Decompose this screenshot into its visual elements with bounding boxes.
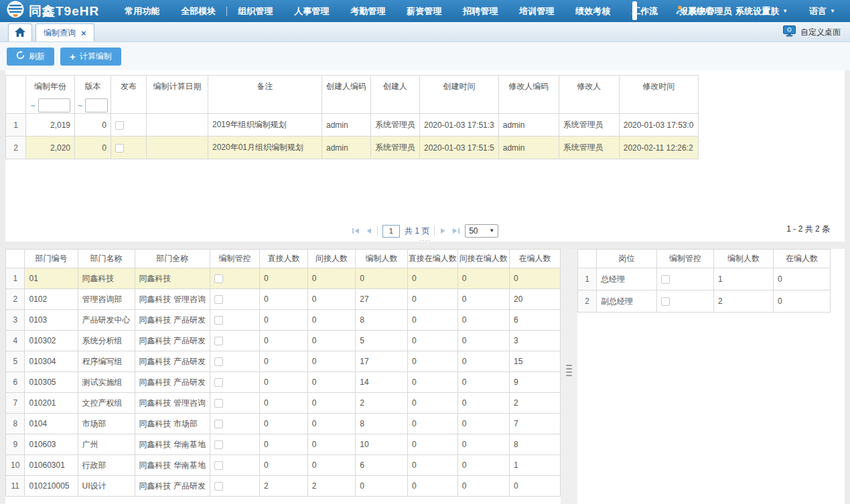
checkbox[interactable] [214, 316, 223, 325]
table-row[interactable]: 5010304程序编写组同鑫科技 产品研发00170015 [6, 351, 561, 372]
language-menu[interactable]: 语言 ▼ [800, 5, 845, 17]
row-number-header [578, 250, 597, 268]
chevron-down-icon: ▼ [735, 9, 740, 14]
nav-item-招聘管理[interactable]: 招聘管理 [452, 5, 508, 17]
table-row[interactable]: 80104市场部同鑫科技 市场部008007 [6, 414, 561, 434]
nav-item-工作流[interactable]: 工作流 [621, 5, 668, 17]
column-header: 编制人数 [356, 250, 408, 268]
row-number: 9 [6, 434, 25, 455]
first-page-button[interactable] [352, 228, 360, 234]
nav-item-常用功能[interactable]: 常用功能 [114, 5, 170, 17]
page-number-input[interactable] [382, 225, 400, 238]
table-row[interactable]: 11010210005UI设计同鑫科技 产品研发220000 [6, 476, 561, 497]
cell: 1 [510, 455, 561, 476]
prev-page-button[interactable] [365, 228, 372, 234]
nav-item-考勤管理[interactable]: 考勤管理 [340, 5, 396, 17]
checkbox-cell [111, 137, 147, 159]
cell: 010304 [25, 351, 78, 372]
user-menu[interactable]: 系统管理员 ▼ [666, 5, 750, 17]
checkbox[interactable] [661, 275, 670, 284]
user-icon [675, 5, 685, 17]
range-tilde: ~ [30, 101, 35, 110]
checkbox[interactable] [214, 295, 223, 304]
toolbar: 刷新 + 计算编制 [0, 42, 850, 70]
column-header: 间接人数 [307, 250, 356, 268]
table-row[interactable]: 4010302系统分析组同鑫科技 产品研发005003 [6, 331, 561, 351]
cell: 0 [457, 310, 509, 331]
last-page-button[interactable] [451, 228, 460, 234]
top-nav: 同鑫T9eHR 常用功能全部模块 组织管理人事管理考勤管理薪资管理招聘管理培训管… [0, 0, 850, 22]
table-row[interactable]: 12,01902019年组织编制规划admin系统管理员2020-01-03 1… [6, 114, 699, 137]
checkbox[interactable] [661, 297, 670, 306]
close-icon[interactable]: × [81, 28, 86, 38]
column-header: 修改时间 [619, 76, 698, 114]
calculate-button[interactable]: + 计算编制 [60, 48, 121, 66]
checkbox[interactable] [214, 274, 223, 283]
table-row[interactable]: 7010201文控产权组同鑫科技 管理咨询002002 [6, 393, 561, 414]
row-number: 2 [6, 289, 25, 310]
refresh-label: 刷新 [29, 51, 45, 62]
checkbox[interactable] [214, 337, 223, 345]
nav-item-全部模块[interactable]: 全部模块 [170, 5, 226, 17]
nav-item-人事管理[interactable]: 人事管理 [283, 5, 340, 17]
column-header: 部门全称 [135, 250, 210, 268]
skin-menu[interactable]: 皮肤 ▼ [752, 5, 797, 17]
checkbox[interactable] [214, 440, 223, 449]
checkbox[interactable] [214, 378, 223, 387]
cell: 系统管理员 [371, 137, 420, 159]
tab-home[interactable] [8, 23, 32, 41]
panel-resize-handle[interactable]: ∙∙∙∙ [5, 238, 845, 242]
cell: 2020年01月组织编制规划 [208, 137, 322, 159]
table-row[interactable]: 1001060301行政部同鑫科技 华南基地006001 [6, 455, 561, 476]
cell: admin [322, 137, 371, 159]
table-row[interactable]: 1总经理10 [578, 268, 831, 290]
nav-item-绩效考核[interactable]: 绩效考核 [565, 5, 621, 17]
table-row[interactable]: 2副总经理20 [578, 290, 831, 313]
cell: 010305 [25, 372, 78, 393]
checkbox[interactable] [214, 420, 223, 428]
cell: 文控产权组 [78, 393, 135, 414]
cell: 2019年组织编制规划 [208, 114, 322, 137]
cell: 0 [407, 289, 457, 310]
table-row[interactable]: 9010603广州同鑫科技 华南基地0010008 [6, 434, 561, 455]
cell: 市场部 [78, 414, 135, 434]
cell: admin [322, 114, 371, 137]
nav-scrollbar-thumb[interactable] [632, 1, 637, 20]
table-row[interactable]: 22,02002020年01月组织编制规划admin系统管理员2020-01-0… [6, 137, 699, 159]
customize-desktop-button[interactable]: 自定义桌面 [783, 25, 841, 39]
record-range-label: 1 - 2 共 2 条 [786, 224, 830, 235]
row-number-header [6, 76, 26, 114]
nav-item-组织管理[interactable]: 组织管理 [227, 5, 283, 17]
checkbox[interactable] [115, 121, 124, 130]
checkbox[interactable] [115, 144, 124, 153]
checkbox[interactable] [214, 399, 223, 408]
table-row[interactable]: 101同鑫科技同鑫科技000000 [6, 268, 561, 289]
table-row[interactable]: 20102管理咨询部同鑫科技 管理咨询00270020 [6, 289, 561, 310]
next-page-button[interactable] [439, 228, 447, 234]
nav-item-薪资管理[interactable]: 薪资管理 [396, 5, 452, 17]
table-row[interactable]: 6010305测试实施组同鑫科技 产品研发0014009 [6, 372, 561, 393]
panel-splitter[interactable] [561, 249, 577, 504]
cell: 3 [510, 331, 561, 351]
column-header: 创建人 [371, 76, 420, 114]
cell: 2020-02-11 12:26:2 [619, 137, 698, 159]
filter-input[interactable] [85, 98, 108, 112]
filter-input[interactable] [38, 98, 70, 112]
cell: 同鑫科技 [135, 268, 210, 289]
splitter-grip-icon[interactable] [566, 365, 572, 376]
cell: 0 [407, 351, 457, 372]
cell: 0 [260, 268, 308, 289]
table-row[interactable]: 30103产品研发中心同鑫科技 产品研发008006 [6, 310, 561, 331]
total-pages-label: 共 1 页 [405, 226, 429, 237]
checkbox[interactable] [214, 357, 223, 366]
tab-bianzhi-chaxun[interactable]: 编制查询 × [36, 23, 94, 41]
cell: 0 [407, 310, 457, 331]
checkbox[interactable] [214, 461, 223, 470]
checkbox[interactable] [214, 482, 223, 491]
page-size-select[interactable]: 50 ▼ [465, 224, 498, 238]
refresh-button[interactable]: 刷新 [7, 48, 54, 66]
nav-item-培训管理[interactable]: 培训管理 [508, 5, 565, 17]
cell [147, 114, 208, 137]
brand-logo[interactable]: 同鑫T9eHR [0, 1, 114, 21]
cell: 0 [457, 289, 509, 310]
